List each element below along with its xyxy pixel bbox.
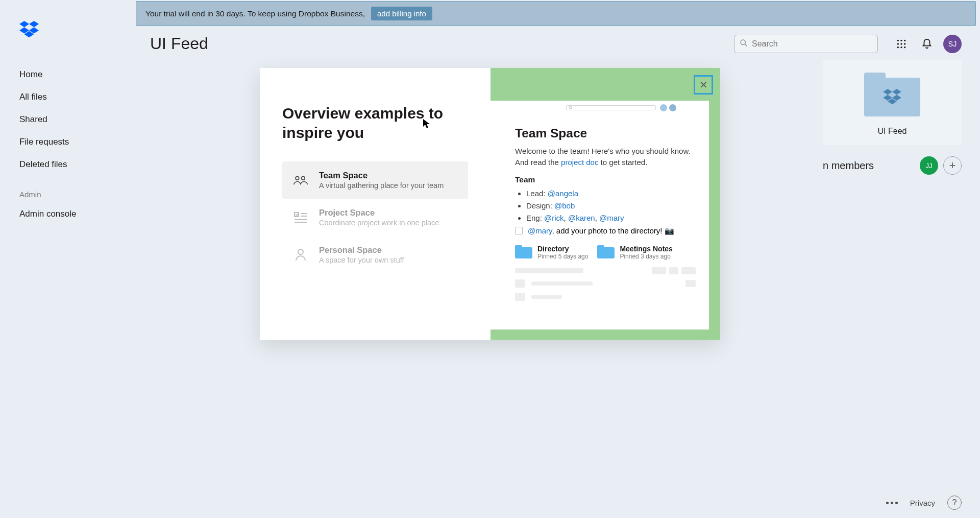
mockdoc-search-icon — [566, 105, 656, 110]
pinned-name: Meetings Notes — [620, 245, 672, 253]
mockdoc-todo: @mary, add your photo to the directory! … — [515, 226, 696, 236]
sidebar-section-admin: Admin — [0, 176, 132, 203]
example-name: Personal Space — [319, 245, 404, 255]
member-avatar[interactable]: JJ — [920, 156, 938, 175]
sidebar-item-file-requests[interactable]: File requests — [0, 131, 132, 153]
svg-point-10 — [897, 43, 899, 44]
sidebar: Home All files Shared File requests Dele… — [0, 0, 132, 518]
apps-grid-icon[interactable] — [892, 35, 911, 53]
topbar: UI Feed SJ — [132, 26, 980, 55]
sidebar-item-label: Home — [19, 69, 42, 79]
page-title: UI Feed — [150, 34, 208, 53]
example-project-space[interactable]: Project Space Coordinate project work in… — [282, 199, 468, 236]
add-billing-button[interactable]: add billing info — [371, 7, 432, 20]
dropbox-logo — [19, 20, 39, 39]
mention-karen[interactable]: @karen — [568, 214, 595, 222]
checklist-icon — [293, 210, 308, 225]
footer: Privacy ? — [868, 487, 980, 518]
close-button[interactable]: ✕ — [694, 75, 713, 95]
sidebar-item-label: File requests — [19, 137, 69, 147]
footer-more-icon[interactable] — [886, 502, 898, 504]
svg-marker-16 — [883, 89, 892, 95]
modal-right: ✕ Team Space Welcome to the team! Here's… — [491, 68, 720, 340]
example-desc: A space for your own stuff — [319, 256, 404, 264]
team-members-label: n members — [823, 160, 894, 172]
mockdoc-skeleton — [515, 267, 696, 301]
sidebar-item-label: Deleted files — [19, 159, 67, 169]
mention-bob[interactable]: @bob — [554, 201, 575, 210]
example-desc: Coordinate project work in one place — [319, 219, 439, 227]
mockdoc-title: Team Space — [515, 126, 696, 140]
svg-line-30 — [571, 108, 572, 109]
add-member-button[interactable]: + — [943, 156, 962, 175]
mockdoc-team-list: Lead: @angela Design: @bob Eng: @rick, @… — [515, 187, 696, 224]
account-avatar[interactable]: SJ — [943, 35, 962, 53]
mention-mary[interactable]: @mary — [599, 214, 624, 222]
modal-title: Overview examples to inspire you — [282, 104, 468, 142]
search-icon — [740, 39, 752, 49]
sidebar-item-label: Shared — [19, 114, 47, 124]
mockdoc-chrome — [502, 101, 709, 115]
mock-document: Team Space Welcome to the team! Here's w… — [502, 101, 709, 329]
project-doc-link[interactable]: project doc — [561, 158, 598, 167]
mockdoc-avatars — [660, 104, 676, 111]
svg-point-21 — [296, 176, 299, 180]
sidebar-item-all-files[interactable]: All files — [0, 86, 132, 108]
svg-point-11 — [900, 43, 902, 44]
svg-point-15 — [904, 46, 905, 48]
pinned-name: Directory — [537, 245, 588, 253]
pinned-directory[interactable]: Directory Pinned 5 days ago — [515, 245, 588, 260]
modal-left: Overview examples to inspire you Team Sp… — [260, 68, 491, 340]
sidebar-item-deleted-files[interactable]: Deleted files — [0, 153, 132, 176]
sidebar-item-home[interactable]: Home — [0, 63, 132, 86]
folder-icon — [597, 245, 615, 260]
svg-point-7 — [897, 39, 899, 41]
sidebar-item-label: Admin console — [19, 209, 77, 219]
example-personal-space[interactable]: Personal Space A space for your own stuf… — [282, 236, 468, 273]
mention-angela[interactable]: @angela — [548, 189, 578, 198]
footer-privacy-link[interactable]: Privacy — [910, 499, 935, 507]
camera-emoji: 📷 — [665, 226, 674, 235]
svg-marker-1 — [29, 21, 39, 27]
svg-marker-17 — [892, 89, 901, 95]
pinned-meta: Pinned 5 days ago — [537, 253, 588, 260]
pinned-meetings-notes[interactable]: Meetings Notes Pinned 3 days ago — [597, 245, 672, 260]
notifications-icon[interactable] — [918, 35, 936, 53]
svg-line-6 — [745, 44, 747, 46]
people-icon — [293, 173, 308, 187]
team-card-name: UI Feed — [878, 127, 907, 136]
person-icon — [293, 248, 308, 262]
trial-message: Your trial will end in 30 days. To keep … — [145, 9, 365, 18]
svg-point-29 — [569, 106, 572, 109]
svg-marker-0 — [19, 21, 29, 27]
svg-point-22 — [302, 176, 305, 180]
trial-banner: Your trial will end in 30 days. To keep … — [136, 1, 976, 26]
example-team-space[interactable]: Team Space A virtual gathering place for… — [282, 161, 468, 199]
team-folder-icon[interactable] — [864, 73, 920, 119]
example-name: Team Space — [319, 171, 444, 180]
example-name: Project Space — [319, 208, 439, 218]
sidebar-item-shared[interactable]: Shared — [0, 108, 132, 131]
example-list: Team Space A virtual gathering place for… — [282, 161, 468, 273]
mockdoc-welcome: Welcome to the team! Here's who you shou… — [515, 146, 696, 168]
todo-checkbox[interactable] — [515, 227, 523, 234]
svg-point-8 — [900, 39, 902, 41]
svg-point-5 — [741, 40, 745, 44]
svg-point-28 — [298, 249, 303, 254]
folder-icon — [515, 245, 532, 260]
help-button[interactable]: ? — [947, 496, 962, 510]
example-desc: A virtual gathering place for your team — [319, 181, 444, 190]
search-field[interactable] — [734, 35, 878, 53]
svg-point-13 — [897, 46, 899, 48]
search-input[interactable] — [752, 39, 872, 49]
mention-mary-todo[interactable]: @mary — [528, 226, 552, 235]
svg-point-12 — [904, 43, 905, 44]
svg-point-14 — [900, 46, 902, 48]
sidebar-item-label: All files — [19, 92, 47, 102]
pinned-meta: Pinned 3 days ago — [620, 253, 672, 260]
sidebar-item-admin-console[interactable]: Admin console — [0, 203, 132, 225]
overview-examples-modal: Overview examples to inspire you Team Sp… — [260, 68, 720, 340]
team-card: UI Feed n members JJ + — [823, 60, 962, 175]
mention-rick[interactable]: @rick — [544, 214, 564, 222]
mockdoc-team-heading: Team — [515, 175, 696, 184]
